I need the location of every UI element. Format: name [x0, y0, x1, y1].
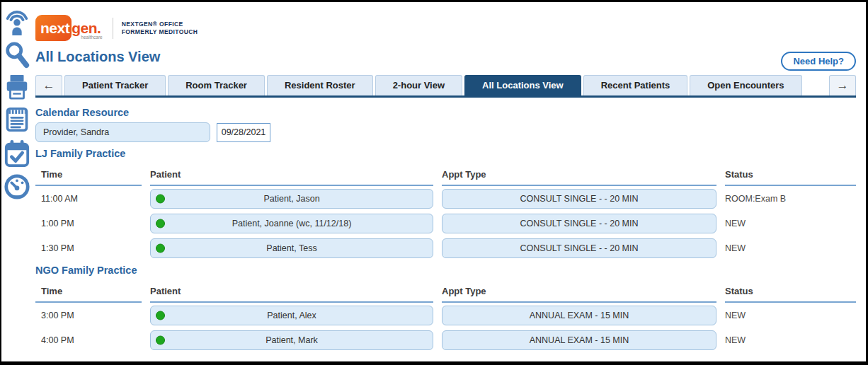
column-header-status: Status — [725, 163, 856, 186]
patient-button[interactable]: Patient, Mark — [150, 330, 433, 350]
tab-room-tracker[interactable]: Room Tracker — [168, 75, 265, 95]
appointment-status: NEW — [725, 335, 856, 345]
appointment-row: 1:30 PM Patient, Tess CONSULT SINGLE - -… — [35, 236, 856, 260]
practice-section: NGO Family Practice Time Patient Appt Ty… — [35, 265, 856, 352]
appt-type-label: CONSULT SINGLE - - 20 MIN — [520, 243, 639, 253]
patient-button[interactable]: Patient, Tess — [150, 238, 433, 258]
appt-type-button[interactable]: CONSULT SINGLE - - 20 MIN — [442, 238, 716, 258]
print-icon[interactable] — [4, 74, 30, 100]
appt-type-label: CONSULT SINGLE - - 20 MIN — [520, 219, 639, 228]
tab-2-hour-view[interactable]: 2-hour View — [375, 75, 462, 95]
product-name: NEXTGEN® OFFICE FORMERLY MEDITOUCH — [122, 21, 198, 35]
appointment-time: 1:00 PM — [35, 219, 142, 228]
appt-type-label: ANNUAL EXAM - 15 MIN — [530, 335, 629, 345]
column-header-time: Time — [35, 163, 142, 186]
tab-bar: ← Patient TrackerRoom TrackerResident Ro… — [35, 74, 856, 98]
product-line2: FORMERLY MEDITOUCH — [122, 28, 198, 36]
appointment-row: 11:00 AM Patient, Jason CONSULT SINGLE -… — [35, 186, 856, 211]
notes-icon[interactable] — [4, 105, 30, 134]
date-input[interactable] — [217, 123, 270, 142]
table-header-row: Time Patient Appt Type Status — [35, 163, 856, 186]
appt-type-button[interactable]: CONSULT SINGLE - - 20 MIN — [442, 189, 716, 209]
app-window: next gen. healthcare NEXTGEN® OFFICE FOR… — [0, 0, 868, 365]
appointment-time: 11:00 AM — [35, 194, 142, 204]
appointment-time: 4:00 PM — [35, 335, 142, 345]
patient-name: Patient, Joanne (wc, 11/12/18) — [232, 219, 352, 228]
column-header-patient: Patient — [150, 163, 433, 186]
schedule-table: Time Patient Appt Type Status 3:00 PM Pa… — [35, 280, 856, 352]
main-area: next gen. healthcare NEXTGEN® OFFICE FOR… — [34, 2, 866, 361]
need-help-button[interactable]: Need Help? — [781, 52, 856, 71]
product-line1: NEXTGEN® OFFICE — [122, 21, 198, 28]
status-dot-icon — [156, 335, 165, 344]
status-dot-icon — [156, 311, 165, 320]
appt-type-label: CONSULT SINGLE - - 20 MIN — [520, 194, 639, 204]
appt-type-button[interactable]: ANNUAL EXAM - 15 MIN — [442, 306, 716, 325]
nextgen-logo: next gen. healthcare — [35, 15, 103, 41]
patient-button[interactable]: Patient, Joanne (wc, 11/12/18) — [150, 214, 433, 233]
tab-open-encounters[interactable]: Open Encounters — [690, 75, 801, 95]
appointment-time: 1:30 PM — [35, 243, 142, 253]
appt-type-button[interactable]: ANNUAL EXAM - 15 MIN — [442, 330, 716, 350]
appt-type-button[interactable]: CONSULT SINGLE - - 20 MIN — [442, 214, 716, 233]
column-header-appt-type: Appt Type — [442, 280, 716, 303]
status-dot-icon — [156, 243, 165, 253]
tab-resident-roster[interactable]: Resident Roster — [267, 75, 373, 95]
practice-section: LJ Family Practice Time Patient Appt Typ… — [35, 148, 856, 260]
patient-name: Patient, Alex — [267, 311, 316, 320]
appointment-row: 1:00 PM Patient, Joanne (wc, 11/12/18) C… — [35, 211, 856, 236]
calendar-resource-controls: Provider, Sandra — [35, 122, 270, 142]
column-header-time: Time — [35, 280, 142, 303]
voice-assistant-icon[interactable] — [4, 6, 30, 35]
patient-name: Patient, Jason — [263, 194, 319, 204]
dashboard-gauge-icon[interactable] — [4, 173, 30, 200]
appointment-row: 3:00 PM Patient, Alex ANNUAL EXAM - 15 M… — [35, 303, 856, 328]
appointment-status: NEW — [725, 243, 856, 253]
tab-patient-tracker[interactable]: Patient Tracker — [64, 75, 166, 95]
appt-type-label: ANNUAL EXAM - 15 MIN — [530, 311, 629, 320]
appointment-time: 3:00 PM — [35, 311, 142, 320]
appointment-status: NEW — [725, 311, 856, 320]
page-title: All Locations View — [35, 49, 160, 65]
tabs-scroll-right-button[interactable]: → — [829, 75, 856, 95]
schedule-sections: LJ Family Practice Time Patient Appt Typ… — [35, 144, 856, 352]
appointment-status: ROOM:Exam B — [725, 194, 856, 204]
patient-button[interactable]: Patient, Alex — [150, 306, 433, 325]
tab-recent-patients[interactable]: Recent Patients — [583, 75, 688, 95]
practice-title: LJ Family Practice — [35, 148, 856, 159]
patient-name: Patient, Mark — [265, 335, 318, 345]
column-header-patient: Patient — [150, 280, 433, 303]
tab-all-locations-view[interactable]: All Locations View — [464, 75, 581, 95]
left-icon-rail — [1, 2, 33, 361]
brand-row: next gen. healthcare NEXTGEN® OFFICE FOR… — [35, 15, 198, 41]
logo-box: next — [35, 15, 72, 41]
calendar-check-icon[interactable] — [4, 139, 30, 168]
column-header-status: Status — [725, 280, 856, 303]
provider-select[interactable]: Provider, Sandra — [35, 122, 210, 142]
schedule-table: Time Patient Appt Type Status 11:00 AM P… — [35, 163, 856, 260]
appointment-row: 4:00 PM Patient, Mark ANNUAL EXAM - 15 M… — [35, 328, 856, 352]
calendar-resource-heading: Calendar Resource — [35, 107, 129, 118]
brand-divider — [113, 18, 113, 39]
table-header-row: Time Patient Appt Type Status — [35, 280, 856, 303]
patient-button[interactable]: Patient, Jason — [150, 189, 433, 209]
column-header-appt-type: Appt Type — [442, 163, 716, 186]
table-body: 3:00 PM Patient, Alex ANNUAL EXAM - 15 M… — [35, 303, 856, 352]
status-dot-icon — [156, 219, 165, 228]
patient-name: Patient, Tess — [266, 243, 316, 253]
search-icon[interactable] — [4, 40, 30, 69]
practice-title: NGO Family Practice — [35, 265, 856, 276]
tabs-scroll-left-button[interactable]: ← — [35, 75, 62, 95]
appointment-status: NEW — [725, 219, 856, 228]
status-dot-icon — [156, 194, 165, 203]
logo-subtext: healthcare — [81, 35, 102, 41]
table-body: 11:00 AM Patient, Jason CONSULT SINGLE -… — [35, 186, 856, 260]
